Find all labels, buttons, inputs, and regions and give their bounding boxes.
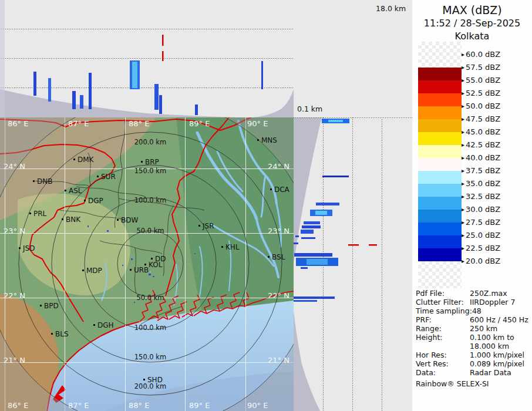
legend-label: 22.5 dBZ [462, 244, 500, 252]
metadata-row: PRF:600 Hz / 450 Hz [416, 315, 531, 324]
legend-band [418, 223, 462, 235]
station-dot [141, 161, 143, 163]
station-label: JSD [22, 244, 35, 252]
echo-bar-core [307, 259, 328, 265]
metadata-value: Radar Data [470, 368, 511, 377]
range-ring-label: 50.0 km [136, 294, 164, 302]
elevation-cursor [348, 244, 377, 246]
range-ring-label: 50.0 km [136, 227, 164, 235]
legend-label: 57.5 dBZ [462, 63, 500, 72]
station-label: DGH [97, 321, 114, 329]
metadata-label: Data: [416, 368, 470, 377]
station-dot [73, 159, 75, 160]
longitude-label: 87° E [68, 401, 89, 410]
axis-max-height-label: 18.0 km [376, 4, 406, 13]
legend-band [418, 145, 462, 158]
legend-label: 45.0 dBZ [462, 127, 500, 136]
legend-label: 27.5 dBZ [462, 218, 500, 227]
beam-coverage-wedge-bottom [294, 311, 320, 411]
station-label: DCA [274, 186, 290, 194]
metadata-value: 250 km [470, 324, 497, 333]
echo-speck [107, 230, 109, 232]
range-ring-label: 100.0 km [134, 196, 166, 204]
station-dot [40, 305, 42, 306]
azimuth-cursor-mark[interactable] [162, 35, 164, 46]
echo-speck [87, 225, 89, 227]
longitude-label: 86° E [8, 119, 28, 128]
station-label: PRL [33, 210, 47, 218]
range-ring-label: 100.0 km [134, 324, 166, 332]
metadata-label: Hor Res: [416, 351, 470, 359]
echo-bar [33, 72, 36, 96]
echo-bar [316, 203, 339, 206]
metadata-row: 18.000 km [416, 342, 531, 351]
station-dot [143, 379, 145, 380]
legend-label: 20.0 dBZ [462, 257, 500, 265]
latitude-label: 21° N [268, 356, 289, 365]
echo-bar [261, 61, 263, 89]
station-dot [84, 200, 86, 201]
station-dot [65, 190, 66, 191]
station-label: BRP [145, 158, 159, 166]
legend-label: 30.0 dBZ [462, 205, 500, 214]
longitude-label: 87° E [68, 119, 89, 128]
echo-bar [294, 297, 335, 299]
metadata-value: 18.000 km [470, 342, 509, 351]
top-height-profile[interactable] [0, 0, 294, 117]
station-dot [97, 176, 99, 177]
station-label: BNK [66, 215, 81, 224]
elevation-cursor-mark[interactable] [369, 244, 377, 246]
metadata-row: Hor Res:1.000 km/pixel [416, 351, 531, 359]
metadata-row: Time sampling:48 [416, 306, 531, 315]
metadata-value: IIRDoppler 7 [470, 298, 515, 306]
radar-map-view[interactable]: 200.0 km150.0 km100.0 km50.0 km50.0 km10… [0, 117, 294, 411]
metadata-row: Data:Radar Data [416, 368, 531, 377]
right-height-profile[interactable] [294, 117, 412, 411]
azimuth-cursor [162, 35, 164, 61]
metadata-row: Vert Res:0.089 km/pixel [416, 359, 531, 368]
product-datetime: 11:52 / 28-Sep-2025 [412, 18, 532, 29]
metadata-row: Range:250 km [416, 324, 531, 333]
station-label: KOL [149, 261, 163, 269]
legend-band [418, 132, 462, 145]
echo-bar [322, 176, 349, 177]
station-dot [268, 256, 270, 258]
metadata-value: 0.100 km to [470, 333, 514, 342]
legend-label: 60.0 dBZ [462, 50, 500, 59]
software-credit: Rainbow® SELEX-SI [416, 379, 489, 388]
metadata-value: 1.000 km/pixel [470, 351, 524, 359]
radar-site-name: Kolkata [412, 31, 532, 42]
station-label: DMK [78, 156, 95, 164]
metadata-label: Range: [416, 324, 470, 333]
station-dot [19, 247, 21, 249]
echo-bar [302, 225, 321, 228]
station-label: SUR [101, 173, 116, 181]
station-dot [82, 269, 84, 271]
station-dot [29, 213, 31, 214]
echo-bar [294, 300, 317, 302]
legend-band [418, 248, 462, 261]
legend-label: 35.0 dBZ [462, 179, 500, 188]
metadata-row: Clutter Filter:IIRDoppler 7 [416, 298, 531, 306]
echo-bar [72, 91, 76, 109]
legend-band [418, 197, 462, 210]
product-title: MAX (dBZ) [412, 4, 532, 16]
metadata-row: Height:0.100 km to [416, 333, 531, 342]
metadata-value: 0.089 km/pixel [470, 359, 524, 368]
station-label: JSR [202, 222, 214, 230]
station-label: MDP [86, 267, 102, 275]
longitude-label: 88° E [129, 401, 149, 410]
elevation-cursor-mark[interactable] [348, 244, 359, 246]
station-label: BLS [55, 330, 69, 338]
legend-band [418, 93, 462, 106]
metadata-label: Height: [416, 333, 470, 342]
radar-application-window: { "axes": { "top": "18.0 km", "origin": … [0, 0, 532, 411]
legend-band [418, 261, 462, 288]
latitude-label: 24° N [4, 162, 25, 171]
legend-label: 52.5 dBZ [462, 89, 500, 97]
azimuth-cursor-mark[interactable] [162, 51, 164, 61]
station-dot [270, 188, 272, 190]
beam-coverage-wedge [0, 89, 294, 117]
echo-bar [301, 230, 314, 234]
echo-bar [304, 221, 320, 224]
